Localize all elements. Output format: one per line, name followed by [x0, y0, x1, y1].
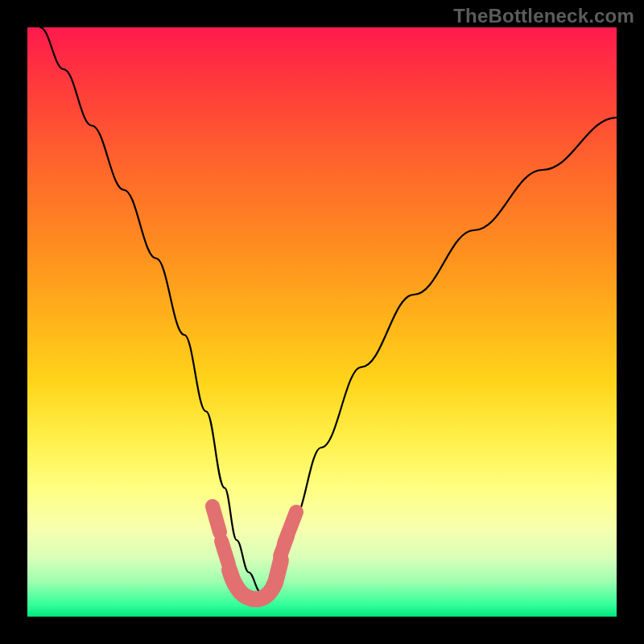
left-segment-2 [221, 541, 229, 564]
right-segment-2 [284, 512, 296, 543]
left-segment-1 [213, 506, 220, 532]
bottleneck-curve [40, 27, 617, 592]
marker-layer [213, 506, 296, 599]
chart-frame: TheBottleneck.com [0, 0, 644, 644]
plot-area [27, 27, 617, 617]
curve-layer [27, 27, 617, 617]
bottom-path [229, 560, 281, 599]
watermark-text: TheBottleneck.com [453, 5, 634, 27]
